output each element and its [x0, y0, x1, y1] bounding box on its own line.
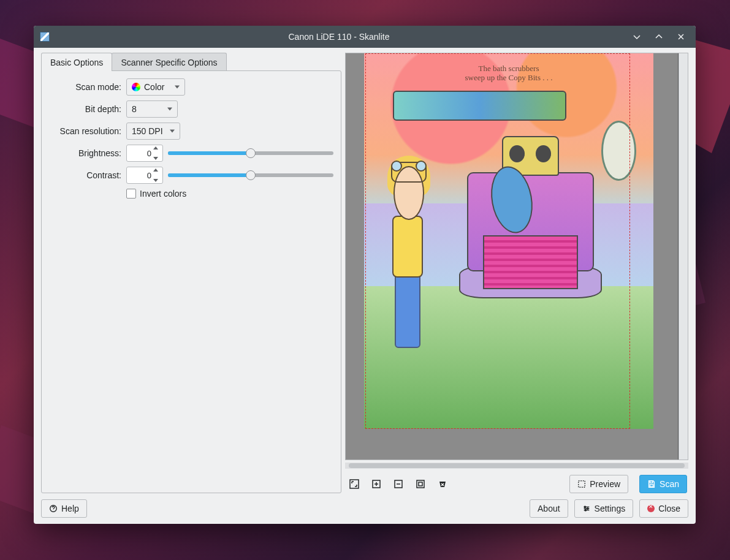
- brightness-slider[interactable]: [168, 145, 333, 162]
- svg-rect-0: [350, 480, 359, 488]
- svg-rect-3: [417, 480, 424, 488]
- about-button[interactable]: About: [530, 499, 568, 518]
- svg-point-11: [585, 509, 586, 510]
- help-button[interactable]: Help: [41, 499, 87, 518]
- contrast-value: 0: [147, 171, 151, 180]
- label-scan-resolution: Scan resolution:: [49, 126, 121, 136]
- preview-button-label: Preview: [590, 479, 620, 489]
- scan-mode-value: Color: [144, 82, 164, 92]
- preview-toolbar: Preview Scan: [345, 472, 688, 493]
- tab-basic-options[interactable]: Basic Options: [41, 53, 112, 71]
- application-window: Canon LiDE 110 - Skanlite Basic Options …: [34, 26, 696, 524]
- scan-bed: The bath scrubbers sweep up the Copy Bit…: [346, 53, 678, 460]
- zoom-out-icon[interactable]: [393, 479, 404, 490]
- help-icon: [49, 504, 58, 513]
- scanned-image: The bath scrubbers sweep up the Copy Bit…: [364, 53, 653, 429]
- page-caption: The bath scrubbers sweep up the Copy Bit…: [364, 64, 653, 83]
- label-scan-mode: Scan mode:: [49, 82, 121, 92]
- horizontal-scrollbar[interactable]: [345, 463, 688, 469]
- minimize-button[interactable]: [628, 28, 645, 45]
- zoom-selection-icon[interactable]: [415, 479, 426, 490]
- close-window-button[interactable]: [672, 28, 690, 45]
- scan-resolution-select[interactable]: 150 DPI: [126, 123, 180, 140]
- preview-panel: The bath scrubbers sweep up the Copy Bit…: [345, 53, 688, 493]
- options-panel: Basic Options Scanner Specific Options S…: [41, 53, 341, 493]
- preview-icon: [577, 480, 586, 488]
- invert-colors-checkbox[interactable]: [126, 189, 136, 199]
- about-button-label: About: [538, 504, 560, 513]
- tabpage-basic: Scan mode: Color Bit depth: 8 Scan: [41, 70, 341, 493]
- zoom-in-icon[interactable]: [371, 479, 382, 490]
- footer: Help About Settings Close: [41, 493, 688, 518]
- settings-button[interactable]: Settings: [574, 499, 634, 518]
- tab-scanner-specific-options[interactable]: Scanner Specific Options: [112, 53, 226, 71]
- label-bit-depth: Bit depth:: [49, 104, 121, 114]
- label-brightness: Brightness:: [49, 148, 121, 158]
- scan-mode-select[interactable]: Color: [126, 78, 185, 96]
- svg-rect-5: [579, 481, 585, 488]
- brightness-value: 0: [147, 149, 151, 158]
- label-invert-colors: Invert colors: [140, 189, 186, 199]
- scan-button-label: Scan: [660, 479, 679, 489]
- settings-button-label: Settings: [595, 504, 626, 513]
- slider-thumb[interactable]: [246, 170, 256, 180]
- tabs: Basic Options Scanner Specific Options: [41, 53, 341, 71]
- scanned-page: The bath scrubbers sweep up the Copy Bit…: [364, 53, 653, 429]
- scan-resolution-value: 150 DPI: [132, 126, 163, 136]
- spin-arrows-icon: [153, 146, 161, 160]
- preview-area[interactable]: The bath scrubbers sweep up the Copy Bit…: [345, 53, 688, 460]
- window-title: Canon LiDE 110 - Skanlite: [55, 32, 623, 42]
- maximize-button[interactable]: [650, 28, 667, 45]
- brightness-spinbox[interactable]: 0: [126, 145, 163, 162]
- bit-depth-value: 8: [132, 104, 137, 114]
- zoom-fit-icon[interactable]: [349, 479, 360, 490]
- svg-rect-7: [650, 481, 652, 483]
- label-contrast: Contrast:: [49, 170, 121, 180]
- clear-selection-icon[interactable]: [437, 479, 448, 490]
- close-button-label: Close: [658, 504, 680, 513]
- spin-arrows-icon: [153, 168, 161, 182]
- svg-point-10: [587, 508, 588, 509]
- help-button-label: Help: [61, 504, 79, 513]
- svg-rect-4: [419, 482, 422, 486]
- svg-point-9: [584, 506, 585, 507]
- titlebar[interactable]: Canon LiDE 110 - Skanlite: [34, 26, 696, 48]
- svg-rect-6: [650, 485, 653, 487]
- contrast-spinbox[interactable]: 0: [126, 167, 163, 184]
- bit-depth-select[interactable]: 8: [126, 100, 178, 118]
- contrast-slider[interactable]: [168, 167, 333, 184]
- settings-icon: [582, 504, 591, 513]
- save-icon: [647, 480, 656, 488]
- vertical-scrollbar[interactable]: [679, 53, 688, 460]
- app-icon: [40, 32, 50, 42]
- preview-button[interactable]: Preview: [569, 475, 628, 493]
- close-icon: [647, 505, 655, 512]
- slider-thumb[interactable]: [246, 148, 256, 158]
- close-button[interactable]: Close: [639, 499, 688, 518]
- color-swatch-icon: [132, 83, 140, 91]
- scan-button[interactable]: Scan: [639, 475, 687, 493]
